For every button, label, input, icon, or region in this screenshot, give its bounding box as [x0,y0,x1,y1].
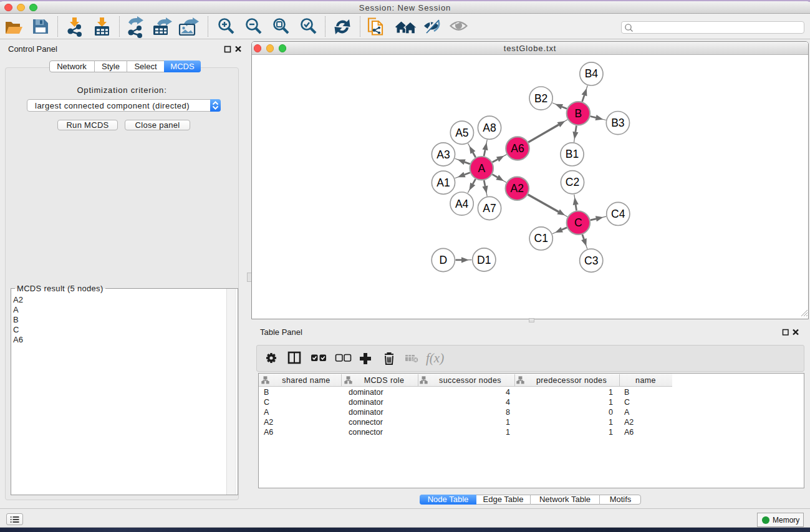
svg-text:f(x): f(x) [426,351,444,365]
svg-text:A3: A3 [436,148,450,161]
svg-text:B3: B3 [611,117,624,129]
svg-text:C3: C3 [584,254,598,267]
svg-text:B: B [575,107,582,120]
svg-text:A1: A1 [436,177,450,189]
svg-text:D: D [439,254,447,266]
svg-text:A5: A5 [455,127,468,139]
svg-text:B1: B1 [566,148,579,160]
svg-text:A2: A2 [511,182,524,195]
svg-text:C2: C2 [566,176,579,188]
svg-text:B2: B2 [534,92,547,105]
svg-text:A8: A8 [483,122,496,134]
svg-text:C1: C1 [534,232,548,244]
svg-text:A7: A7 [483,202,496,215]
svg-text:B4: B4 [585,67,599,80]
svg-text:D1: D1 [477,254,491,266]
svg-text:C: C [574,216,582,229]
svg-text:A4: A4 [455,198,469,210]
svg-text:A: A [478,162,485,175]
svg-text:A6: A6 [511,142,524,155]
svg-text:C4: C4 [611,208,625,220]
